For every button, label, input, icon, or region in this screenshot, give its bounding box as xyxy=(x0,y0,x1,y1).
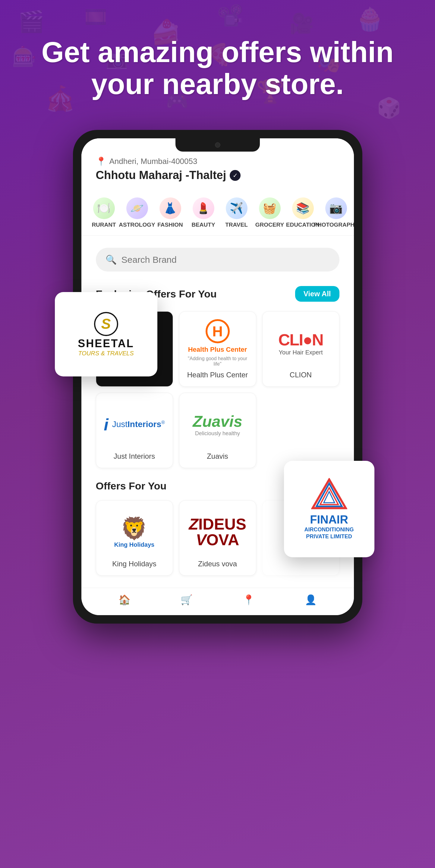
view-all-button[interactable]: View All xyxy=(295,286,339,302)
category-label-fashion: FASHION xyxy=(157,221,183,228)
zuavis-logo: Zuavis Deliciously healthy xyxy=(193,412,242,437)
king-name-text: King Holidays xyxy=(114,541,154,548)
search-input[interactable] xyxy=(122,255,330,265)
category-item-beauty[interactable]: 💄 BEAUTY xyxy=(187,195,220,230)
grocery-icon: 🧺 xyxy=(263,202,276,215)
phone-notch xyxy=(176,138,260,152)
nav-item-location[interactable]: 📍 xyxy=(243,594,255,606)
svg-marker-6 xyxy=(324,492,335,503)
category-img-restaurant: 🍽️ xyxy=(93,197,115,219)
zideus-text: ZIDEUS xyxy=(189,516,246,532)
search-icon: 🔍 xyxy=(105,254,117,265)
phone-frame: 📍 Andheri, Mumbai-400053 Chhotu Maharaj … xyxy=(73,130,362,624)
home-icon: 🏠 xyxy=(119,594,130,606)
zuavis-logo-area: Zuavis Deliciously healthy xyxy=(187,400,249,448)
category-label-astrology: ASTROLOGY xyxy=(119,221,155,228)
profile-icon: 👤 xyxy=(305,594,317,606)
category-item-restaurant[interactable]: 🍽️ RURANT xyxy=(87,195,121,230)
zuavis-label: Zuavis xyxy=(207,452,228,461)
floating-sheetal-card: S SHEETAL TOURS & TRAVELS xyxy=(55,292,157,376)
brand-card-clion[interactable]: CLI●N Your Hair Expert CLION xyxy=(262,311,339,387)
travel-icon: ✈️ xyxy=(230,202,243,215)
category-img-astrology: 🪐 xyxy=(126,197,148,219)
just-interiors-logo-area: i JustInteriors® xyxy=(103,400,165,448)
king-holidays-logo-area: 🦁 King Holidays xyxy=(103,508,165,556)
zuavis-text: Zuavis xyxy=(193,412,242,430)
category-item-photography[interactable]: 📷 PHOTOGRAPHY xyxy=(319,195,353,230)
finair-tagline-text: AIRCONDITIONINGPRIVATE LIMITED xyxy=(305,526,354,540)
health-plus-name: Health Plus Center xyxy=(188,346,247,353)
education-icon: 📚 xyxy=(296,202,310,215)
floating-finair-card: FINAIR AIRCONDITIONINGPRIVATE LIMITED xyxy=(284,461,374,557)
king-holidays-logo: 🦁 King Holidays xyxy=(114,516,154,548)
ji-text: JustInteriors® xyxy=(112,420,165,429)
category-item-travel[interactable]: ✈️ TRAVEL xyxy=(220,195,253,230)
vova-text: VOVA xyxy=(189,532,246,548)
sheetal-circle: S xyxy=(94,312,118,336)
hero-title: Get amazing offers within your nearby st… xyxy=(24,36,411,100)
category-img-photography: 📷 xyxy=(325,197,347,219)
clion-label: CLION xyxy=(290,371,312,379)
sheetal-subtitle: TOURS & TRAVELS xyxy=(78,350,133,357)
health-plus-logo-area: H Health Plus Center "Adding good health… xyxy=(187,319,249,367)
clion-tagline: Your Hair Expert xyxy=(278,349,323,356)
finair-name-text: FINAIR xyxy=(310,513,348,526)
brand-card-king-holidays[interactable]: 🦁 King Holidays King Holidays xyxy=(96,500,173,576)
category-label-travel: TRAVEL xyxy=(225,221,248,228)
bottom-nav: 🏠 🛒 📍 👤 xyxy=(82,588,354,615)
brand-card-health-plus[interactable]: H Health Plus Center "Adding good health… xyxy=(179,311,256,387)
hero-section: Get amazing offers within your nearby st… xyxy=(0,0,435,124)
store-name-row: Chhotu Maharaj -Thaltej ✓ xyxy=(96,169,339,182)
category-label-grocery: GROCERY xyxy=(255,221,284,228)
photography-icon: 📷 xyxy=(329,202,343,215)
sheetal-logo-symbol: S xyxy=(94,312,118,336)
category-img-beauty: 💄 xyxy=(193,197,214,219)
ji-icon: i xyxy=(104,415,108,434)
nav-item-cart[interactable]: 🛒 xyxy=(181,594,193,606)
king-holidays-label: King Holidays xyxy=(112,560,156,568)
category-img-fashion: 👗 xyxy=(159,197,181,219)
category-item-astrology[interactable]: 🪐 ASTROLOGY xyxy=(121,195,154,230)
nav-item-profile[interactable]: 👤 xyxy=(305,594,317,606)
category-item-fashion[interactable]: 👗 FASHION xyxy=(154,195,187,230)
location-row: 📍 Andheri, Mumbai-400053 xyxy=(96,156,339,166)
fashion-icon: 👗 xyxy=(163,202,177,215)
sheetal-s-letter: S xyxy=(101,315,111,332)
finair-card-inner: FINAIR AIRCONDITIONINGPRIVATE LIMITED xyxy=(284,461,374,557)
restaurant-icon: 🍽️ xyxy=(97,202,111,215)
front-camera xyxy=(215,142,220,148)
brand-card-zuavis[interactable]: Zuavis Deliciously healthy Zuavis xyxy=(179,393,256,468)
zuavis-tagline: Deliciously healthy xyxy=(193,430,242,437)
category-item-opticals[interactable]: 👓 OPTICALS xyxy=(353,195,354,230)
brand-card-just-interiors[interactable]: i JustInteriors® Just Interiors xyxy=(96,393,173,468)
category-img-grocery: 🧺 xyxy=(259,197,281,219)
sheetal-card-inner: S SHEETAL TOURS & TRAVELS xyxy=(55,292,157,376)
brand-card-zideus-vova[interactable]: ZIDEUS VOVA Zideus vova xyxy=(179,500,256,576)
store-name: Chhotu Maharaj -Thaltej xyxy=(96,169,226,182)
astrology-icon: 🪐 xyxy=(130,202,144,215)
health-plus-tagline: "Adding good health to your life" xyxy=(187,356,249,367)
category-label-photography: PHOTOGRAPHY xyxy=(313,221,353,228)
category-label-beauty: BEAUTY xyxy=(191,221,215,228)
finair-triangle-logo xyxy=(311,478,347,510)
health-plus-label: Health Plus Center xyxy=(187,371,248,379)
phone-mockup: 📍 Andheri, Mumbai-400053 Chhotu Maharaj … xyxy=(0,130,435,624)
clion-logo-area: CLI●N Your Hair Expert xyxy=(270,319,332,367)
sheetal-title: SHEETAL xyxy=(78,337,134,350)
zideus-logo: ZIDEUS VOVA xyxy=(189,516,246,548)
search-bar[interactable]: 🔍 xyxy=(96,248,339,272)
health-circle: H xyxy=(206,319,230,343)
nav-item-home[interactable]: 🏠 xyxy=(119,594,130,606)
clion-logo: CLI●N Your Hair Expert xyxy=(278,330,323,356)
location-pin-icon: 📍 xyxy=(96,156,106,166)
clion-text: CLI●N xyxy=(278,330,323,349)
health-plus-logo: H Health Plus Center "Adding good health… xyxy=(187,319,249,367)
zideus-logo-area: ZIDEUS VOVA xyxy=(187,508,249,556)
zideus-label: Zideus vova xyxy=(198,560,237,568)
category-label-restaurant: RURANT xyxy=(92,221,116,228)
category-item-grocery[interactable]: 🧺 GROCERY xyxy=(253,195,286,230)
location-nav-icon: 📍 xyxy=(243,594,255,606)
cart-icon: 🛒 xyxy=(181,594,193,606)
category-img-travel: ✈️ xyxy=(226,197,248,219)
just-interiors-logo: i JustInteriors® xyxy=(104,415,165,434)
